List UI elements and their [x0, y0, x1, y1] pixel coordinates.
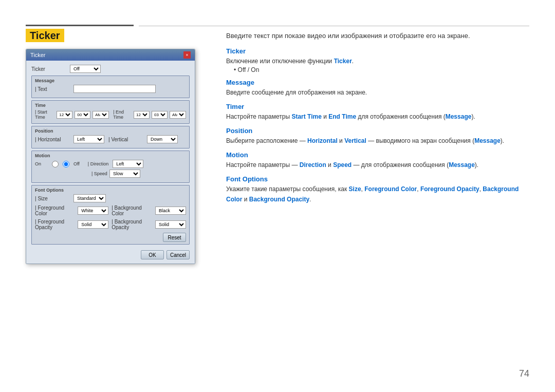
bg-opacity-label: | Background Opacity	[112, 219, 155, 230]
vertical-label: | Vertical	[108, 137, 147, 142]
top-line-left	[26, 25, 134, 26]
fg-color-select[interactable]: White	[78, 207, 108, 215]
text-message: Введите сообщение для отображения на экр…	[226, 88, 529, 98]
message-input[interactable]	[73, 85, 156, 93]
speed-select[interactable]: Slow	[109, 170, 140, 178]
content-block-timer: Timer Настройте параметры Start Time и E…	[226, 103, 529, 122]
dialog-close-button[interactable]: ×	[183, 51, 191, 59]
page-title: Ticker	[26, 30, 64, 42]
ticker-label: Ticker	[31, 66, 70, 72]
font-options-section: Font Options | Size Standard | Foregroun…	[31, 185, 190, 245]
highlight-ticker: Ticker	[334, 58, 352, 65]
motion-section-title: Motion	[35, 153, 186, 158]
bg-color-select[interactable]: Black	[155, 207, 186, 215]
direction-label: | Direction	[88, 161, 108, 166]
motion-radio-group: On Off | Direction Left	[35, 160, 186, 168]
dialog-titlebar: Ticker ×	[26, 49, 195, 61]
text-font-options: Укажите такие параметры сообщения, как S…	[226, 184, 529, 204]
ticker-select[interactable]: Off On	[70, 65, 101, 73]
cancel-button[interactable]: Cancel	[166, 250, 190, 259]
bg-color-label: | Background Color	[112, 205, 155, 216]
motion-on-label: On	[35, 161, 48, 166]
motion-off-label: Off	[73, 161, 80, 166]
highlight-end-time: End Time	[328, 113, 356, 120]
motion-section: Motion On Off | Direction Left | Speed S…	[31, 151, 190, 183]
content-block-motion: Motion Настройте параметры — Direction и…	[226, 151, 529, 170]
heading-timer: Timer	[226, 103, 529, 110]
end-ampm-select[interactable]: AM	[170, 111, 186, 119]
highlight-speed: Speed	[333, 161, 351, 169]
text-position: Выберите расположение — Horizontal и Ver…	[226, 136, 529, 146]
reset-button[interactable]: Reset	[163, 233, 186, 242]
highlight-start-time: Start Time	[291, 113, 321, 120]
start-time-label: | Start Time	[35, 109, 54, 120]
bg-opacity-select[interactable]: Solid	[155, 220, 186, 229]
highlight-horizontal: Horizontal	[307, 137, 338, 144]
text-timer: Настройте параметры Start Time и End Tim…	[226, 112, 529, 122]
ticker-dialog: Ticker × Ticker Off On Message | Text Ti…	[26, 49, 195, 264]
highlight-bg-opacity: Background Opacity	[249, 196, 309, 203]
content-block-font-options: Font Options Укажите такие параметры соо…	[226, 175, 529, 204]
highlight-off-on: Off / On	[238, 66, 260, 73]
text-motion: Настройте параметры — Direction и Speed …	[226, 160, 529, 170]
heading-message: Message	[226, 79, 529, 86]
ticker-row: Ticker Off On	[31, 65, 190, 73]
horizontal-select[interactable]: Left	[73, 135, 104, 143]
content-block-message: Message Введите сообщение для отображени…	[226, 79, 529, 98]
fg-opacity-label: | Foreground Opacity	[35, 219, 78, 230]
heading-font-options: Font Options	[226, 175, 529, 183]
highlight-vertical: Vertical	[344, 137, 366, 144]
motion-on-radio[interactable]	[52, 161, 59, 167]
highlight-fg-opacity: Foreground Opacity	[420, 185, 479, 193]
highlight-message-position: Message	[474, 137, 501, 144]
message-section: Message | Text	[31, 76, 190, 98]
ok-button[interactable]: OK	[141, 250, 164, 259]
fg-opacity-select[interactable]: Solid	[78, 220, 108, 229]
start-ampm-select[interactable]: AM	[92, 111, 109, 119]
right-content: Введите текст при показе видео или изобр…	[226, 31, 529, 210]
position-section-title: Position	[35, 128, 186, 134]
vertical-select[interactable]: Down	[147, 135, 178, 143]
size-label: | Size	[35, 196, 73, 201]
fg-color-row: | Foreground Color White | Background Co…	[35, 205, 186, 216]
speed-label: | Speed	[91, 171, 107, 176]
text-ticker: Включение или отключение функции Ticker.	[226, 57, 529, 66]
top-line-right	[139, 26, 529, 26]
fg-opacity-row: | Foreground Opacity Solid | Background …	[35, 219, 186, 230]
end-min-select[interactable]: 03	[152, 111, 168, 119]
highlight-fg-color: Foreground Color	[364, 185, 417, 193]
heading-ticker: Ticker	[226, 47, 529, 55]
message-section-title: Message	[35, 78, 186, 83]
start-hour-select[interactable]: 12	[57, 111, 72, 119]
content-block-position: Position Выберите расположение — Horizon…	[226, 127, 529, 146]
position-section: Position | Horizontal Left | Vertical Do…	[31, 126, 190, 148]
time-section: Time | Start Time 12 00 AM | End Time 12…	[31, 100, 190, 124]
content-block-ticker: Ticker Включение или отключение функции …	[226, 47, 529, 73]
text-label: | Text	[35, 86, 73, 92]
position-row: | Horizontal Left | Vertical Down	[35, 135, 186, 143]
page-number: 74	[519, 368, 529, 379]
horizontal-label: | Horizontal	[35, 137, 73, 142]
highlight-direction: Direction	[300, 161, 326, 169]
size-select[interactable]: Standard	[73, 194, 106, 202]
intro-text: Введите текст при показе видео или изобр…	[226, 31, 529, 41]
heading-position: Position	[226, 127, 529, 135]
time-section-title: Time	[35, 103, 186, 108]
time-row: | Start Time 12 00 AM | End Time 12 03 A…	[35, 109, 186, 120]
end-hour-select[interactable]: 12	[134, 111, 150, 119]
start-min-select[interactable]: 00	[75, 111, 90, 119]
highlight-message-motion: Message	[449, 161, 475, 169]
speed-row: | Speed Slow	[35, 170, 186, 178]
dialog-title: Ticker	[30, 52, 46, 58]
direction-select[interactable]: Left	[113, 160, 143, 168]
motion-off-radio[interactable]	[63, 161, 69, 167]
bullet-off-on: Off / On	[234, 66, 529, 73]
highlight-size: Size	[349, 185, 361, 193]
font-options-title: Font Options	[35, 188, 186, 193]
end-time-label: | End Time	[113, 109, 132, 120]
heading-motion: Motion	[226, 151, 529, 159]
size-row: | Size Standard	[35, 194, 186, 202]
fg-color-label: | Foreground Color	[35, 205, 78, 216]
highlight-message-timer: Message	[446, 113, 472, 120]
dialog-buttons: OK Cancel	[31, 248, 190, 259]
